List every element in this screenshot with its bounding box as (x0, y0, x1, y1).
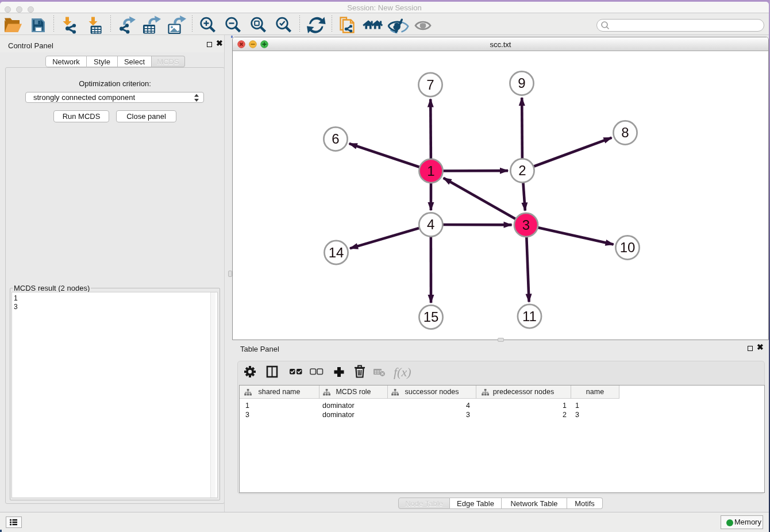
svg-text:9: 9 (518, 75, 525, 91)
svg-text:4: 4 (427, 217, 434, 232)
svg-text:10: 10 (620, 240, 636, 255)
svg-text:14: 14 (329, 245, 344, 260)
svg-text:f(x): f(x) (394, 365, 411, 379)
svg-text:3: 3 (522, 217, 530, 233)
svg-text:7: 7 (426, 77, 434, 92)
svg-text:15: 15 (424, 309, 439, 325)
svg-text:2: 2 (518, 163, 526, 178)
svg-text:11: 11 (522, 309, 537, 324)
svg-text:6: 6 (332, 131, 339, 147)
svg-text:8: 8 (621, 125, 629, 140)
svg-text:1: 1 (427, 163, 434, 179)
